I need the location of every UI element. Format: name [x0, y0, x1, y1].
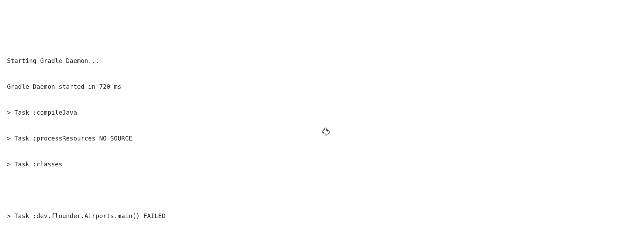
console-line: Gradle Daemon started in 720 ms	[7, 80, 644, 93]
console-line: > Task :processResources NO-SOURCE	[7, 132, 644, 145]
log-text: > Task :dev.flounder.Airports.main() FAI…	[7, 213, 166, 220]
log-text: > Task :processResources NO-SOURCE	[7, 135, 132, 142]
console-line: Starting Gradle Daemon...	[7, 55, 644, 67]
console-line: > Task :dev.flounder.Airports.main() FAI…	[7, 210, 644, 223]
console-line	[7, 184, 644, 197]
log-text: > Task :compileJava	[7, 109, 77, 116]
log-text: > Task :classes	[7, 161, 62, 168]
log-text: Starting Gradle Daemon...	[7, 57, 99, 64]
svg-rect-2	[327, 130, 328, 131]
console-line: > Task :classes	[7, 158, 644, 171]
svg-rect-1	[326, 129, 327, 131]
log-text: Gradle Daemon started in 720 ms	[7, 83, 121, 90]
console-line: > Task :compileJava	[7, 106, 644, 119]
svg-rect-0	[324, 128, 325, 130]
